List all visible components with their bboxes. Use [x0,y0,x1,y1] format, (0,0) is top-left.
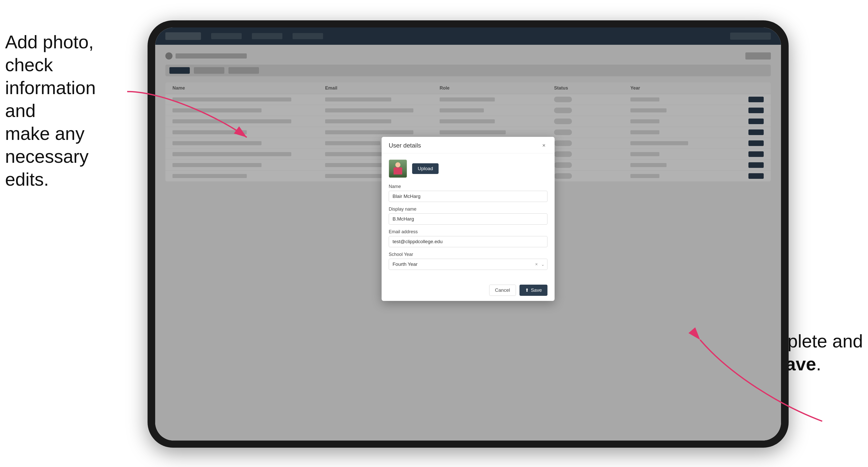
user-photo-thumbnail [389,159,407,178]
display-name-input[interactable] [389,213,548,225]
user-details-modal: User details × Upload [381,137,555,301]
tablet-screen: Name Email Role Status Year [155,28,781,440]
select-clear-icon[interactable]: × [535,261,538,267]
display-name-field-group: Display name [389,207,548,225]
save-button-label: Save [531,287,542,293]
modal-header: User details × [381,137,555,153]
modal-footer: Cancel ⬆ Save [381,281,555,301]
modal-close-button[interactable]: × [540,142,548,149]
name-label: Name [389,184,548,189]
name-input[interactable] [389,191,548,202]
cancel-button[interactable]: Cancel [489,285,516,296]
modal-body: Upload Name Display name [381,153,555,281]
school-year-input[interactable] [389,259,548,270]
user-photo-image [389,160,407,178]
school-year-field-group: School Year × ⌄ [389,252,548,270]
left-annotation-text: Add photo, checkinformation andmake anyn… [5,32,96,189]
display-name-label: Display name [389,207,548,212]
email-label: Email address [389,229,548,235]
school-year-label: School Year [389,252,548,257]
left-annotation: Add photo, checkinformation andmake anyn… [5,31,112,191]
app-background: Name Email Role Status Year [155,28,781,440]
school-year-select-wrapper: × ⌄ [389,259,548,270]
modal-title: User details [389,142,421,149]
email-input[interactable] [389,236,548,247]
tablet-shell: Name Email Role Status Year [148,20,788,448]
upload-photo-button[interactable]: Upload [412,163,439,174]
save-button[interactable]: ⬆ Save [520,285,548,296]
email-field-group: Email address [389,229,548,247]
name-field-group: Name [389,184,548,202]
save-icon: ⬆ [525,287,529,293]
modal-overlay: User details × Upload [155,28,781,440]
select-arrow-icon: ⌄ [541,262,545,267]
photo-section: Upload [389,159,548,178]
